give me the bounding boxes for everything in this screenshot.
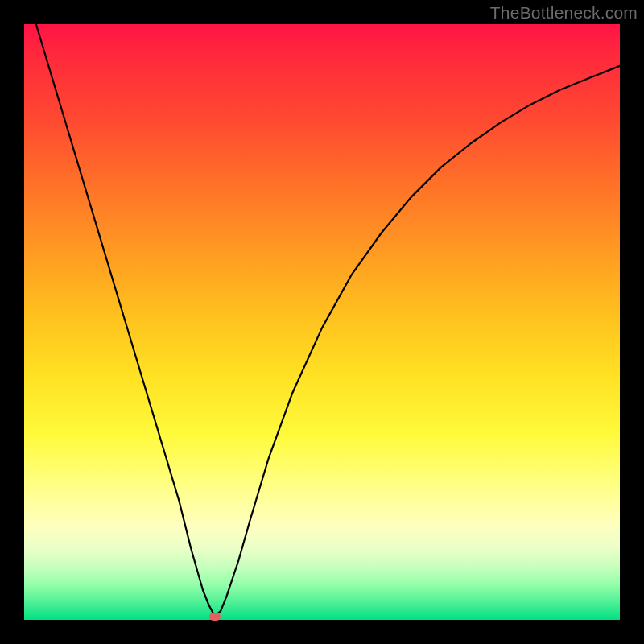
watermark-text: TheBottleneck.com xyxy=(490,3,638,23)
bottleneck-curve xyxy=(24,24,620,617)
chart-frame: TheBottleneck.com xyxy=(0,0,644,644)
curve-layer xyxy=(24,24,620,620)
optimal-point-marker xyxy=(209,613,221,621)
plot-area xyxy=(24,24,620,620)
